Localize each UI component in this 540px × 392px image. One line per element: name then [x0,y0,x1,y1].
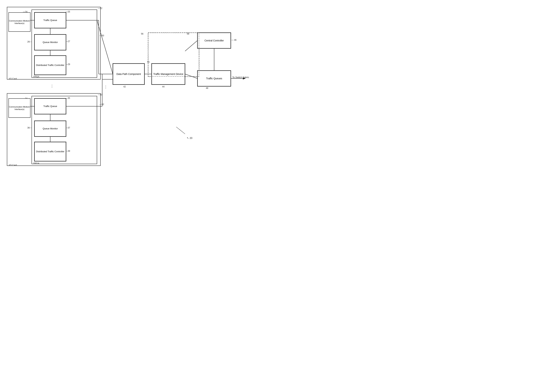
svg-line-21 [97,20,113,74]
top-queue-monitor-box: Queue Monitor [34,34,66,50]
central-controller-box: Central Controller [197,33,231,49]
svg-line-34 [185,40,197,51]
connection-lines: ⋮ ⋮ [0,0,270,196]
ref-42: 42 [123,85,126,88]
bottom-fpga-label: FPGA [34,162,39,165]
bottom-dtc-box: Distributed Traffic Controller [34,142,66,161]
ref-48: 48 [206,87,208,89]
ref-52: —52 [100,103,104,106]
diagram: ⋮ ⋮ I/O Card FPGA —22 —25 26— —27 —29 —2… [0,0,270,196]
data-path-box: Data Path Component [113,63,145,85]
svg-text:⋮: ⋮ [50,84,54,88]
traffic-queues-box: Traffic Queues [197,70,231,86]
ref-20: ↖ 20 [187,137,192,139]
to-switch-fabric-label: To Switch Fabric [232,76,249,79]
bottom-queue-monitor-box: Queue Monitor [34,121,66,137]
bottom-ref-36: 36— [27,126,32,129]
ref-54: 54 [147,61,150,63]
top-ref-26: 26— [27,40,32,43]
top-traffic-queue-box: Traffic Queue [34,12,66,28]
top-ref-27: —27 [65,40,70,43]
bottom-io-card-label: I/O Card [9,164,17,166]
ref-58: 58 [187,33,189,35]
ref-56: 56 [141,33,143,35]
top-fpga-label: FPGA [34,75,39,78]
top-dtc-box: Distributed Traffic Controller [34,55,66,75]
top-ref-25: —25 [65,10,70,13]
top-io-card-label: I/O Card [9,78,17,80]
ref-46: — 46 [231,39,236,41]
top-ref-29: —29 [65,63,70,65]
bottom-comm-medium-box: Communication Medium Interface(s) [9,98,30,118]
bottom-ref-32: —32 [98,93,102,96]
svg-line-38 [176,127,185,134]
traffic-mgmt-box: Traffic Management Device [152,63,185,85]
svg-line-32 [185,74,197,78]
bottom-ref-35: —35 [65,97,70,99]
ref-44: 44 [162,85,165,88]
bottom-ref-39: —39 [65,150,70,152]
svg-text:⋮: ⋮ [104,85,108,89]
bottom-ref-37: —37 [65,126,70,129]
top-comm-medium-box: Communication Medium Interface(s) [9,12,30,32]
top-ref-22: —22 [98,7,102,10]
bottom-traffic-queue-box: Traffic Queue [34,98,66,114]
ref-50: —50 [100,34,104,37]
